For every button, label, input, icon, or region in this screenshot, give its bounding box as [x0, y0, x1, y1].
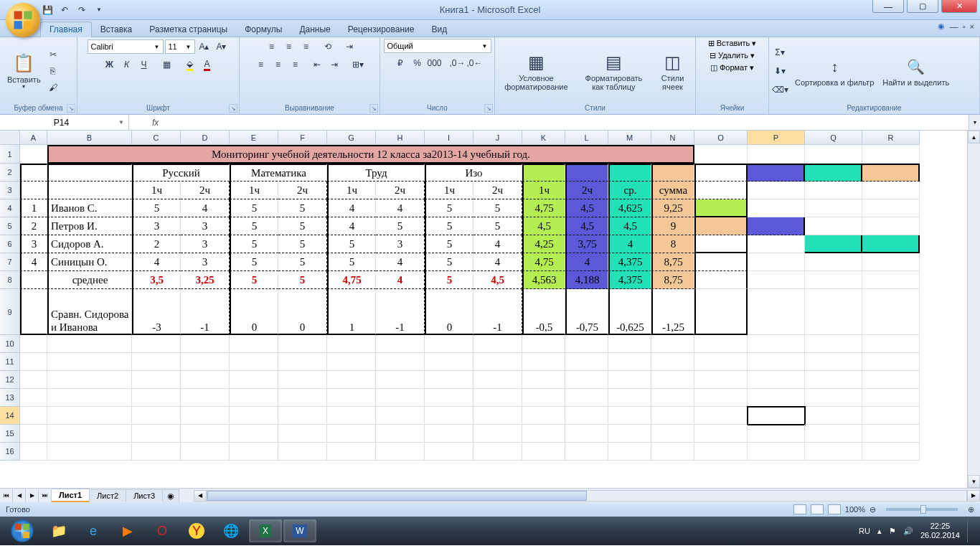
cell[interactable]	[425, 443, 473, 461]
align-center-icon[interactable]: ≡	[270, 57, 286, 72]
col-header[interactable]: N	[651, 131, 694, 145]
start-button[interactable]	[3, 517, 42, 545]
tab-pagelayout[interactable]: Разметка страницы	[141, 22, 236, 37]
row-header[interactable]: 10	[0, 335, 20, 353]
cell[interactable]	[805, 199, 862, 217]
cell[interactable]	[748, 389, 805, 407]
cell[interactable]: 4,375	[608, 271, 651, 289]
cell[interactable]	[473, 371, 522, 389]
cell[interactable]: 5	[132, 199, 181, 217]
cell[interactable]	[805, 289, 862, 335]
cell[interactable]: 2ч	[376, 182, 425, 199]
cell[interactable]: Сравн. Сидорова и Иванова	[47, 289, 132, 335]
cell[interactable]	[805, 371, 862, 389]
cell[interactable]: Изо	[425, 164, 522, 182]
cell[interactable]: ср.	[608, 182, 651, 199]
cell[interactable]: 5	[473, 217, 522, 235]
cell[interactable]: 4,5	[565, 199, 608, 217]
cell[interactable]: 4,75	[522, 199, 565, 217]
row-header[interactable]: 2	[0, 164, 20, 182]
cell[interactable]: 5	[230, 217, 278, 235]
cell[interactable]	[20, 407, 47, 425]
cell[interactable]: 9	[651, 217, 694, 235]
cell[interactable]: 3,5	[132, 271, 181, 289]
cell[interactable]	[425, 371, 473, 389]
cell[interactable]	[651, 335, 694, 353]
format-painter-icon[interactable]: 🖌	[45, 80, 61, 95]
cell[interactable]	[694, 407, 748, 425]
bold-button[interactable]: Ж	[102, 57, 118, 72]
cell[interactable]: 5	[425, 235, 473, 253]
cell[interactable]	[230, 443, 278, 461]
clipboard-dialog-icon[interactable]: ↘	[67, 104, 75, 113]
cell[interactable]: -0,75	[565, 289, 608, 335]
cell[interactable]	[748, 217, 805, 235]
cell[interactable]	[376, 425, 425, 443]
taskbar-chrome-icon[interactable]: 🌐	[215, 519, 248, 542]
cell[interactable]: 1	[20, 199, 47, 217]
cell[interactable]: Мониторинг учебной деятельности 12 класс…	[47, 145, 694, 164]
row-header[interactable]: 13	[0, 389, 20, 407]
undo-icon[interactable]: ↶	[57, 3, 72, 17]
font-size-combo[interactable]: 11▼	[165, 39, 195, 54]
cell[interactable]	[565, 164, 608, 182]
font-color-icon[interactable]: A	[199, 57, 215, 72]
cell[interactable]	[20, 425, 47, 443]
align-bottom-icon[interactable]: ≡	[298, 39, 314, 55]
sheet-tab-2[interactable]: Лист2	[90, 489, 126, 501]
cell[interactable]	[522, 353, 565, 371]
tray-arrow-icon[interactable]: ▴	[877, 527, 882, 536]
font-dialog-icon[interactable]: ↘	[229, 104, 237, 113]
cell[interactable]: 3	[376, 235, 425, 253]
cell[interactable]	[327, 425, 376, 443]
cell[interactable]	[20, 353, 47, 371]
font-name-combo[interactable]: Calibri▼	[88, 39, 164, 54]
cell[interactable]: 5	[230, 271, 278, 289]
cell[interactable]	[608, 425, 651, 443]
cell[interactable]	[47, 389, 132, 407]
cell[interactable]	[748, 145, 805, 164]
cell[interactable]	[425, 353, 473, 371]
cell[interactable]	[132, 371, 181, 389]
tray-lang[interactable]: RU	[859, 527, 870, 535]
cell[interactable]: 9,25	[651, 199, 694, 217]
cell[interactable]: 8,75	[651, 253, 694, 271]
cell[interactable]: 5	[230, 235, 278, 253]
cell[interactable]	[47, 407, 132, 425]
col-header[interactable]: R	[862, 131, 920, 145]
cell[interactable]: 5	[327, 253, 376, 271]
cell[interactable]	[748, 199, 805, 217]
cell[interactable]	[748, 371, 805, 389]
cell[interactable]: 5	[278, 271, 327, 289]
fill-color-icon[interactable]: ⬙	[182, 57, 198, 72]
cell[interactable]	[805, 271, 862, 289]
cell[interactable]	[132, 407, 181, 425]
cell[interactable]: 0	[425, 289, 473, 335]
percent-icon[interactable]: %	[410, 55, 425, 71]
align-left-icon[interactable]: ≡	[253, 57, 269, 72]
wrap-text-icon[interactable]: ⇥	[343, 39, 356, 55]
cell[interactable]: -0,625	[608, 289, 651, 335]
cell[interactable]	[608, 407, 651, 425]
cell[interactable]	[327, 443, 376, 461]
col-header[interactable]: O	[694, 131, 748, 145]
cell[interactable]: 5	[278, 235, 327, 253]
taskbar-media-icon[interactable]: ▶	[111, 519, 144, 542]
tab-home[interactable]: Главная	[40, 22, 92, 37]
cell[interactable]	[805, 353, 862, 371]
taskbar-excel-icon[interactable]: X	[249, 519, 282, 542]
cell[interactable]: 5	[425, 271, 473, 289]
cell[interactable]	[230, 389, 278, 407]
cell[interactable]	[278, 353, 327, 371]
cell[interactable]	[651, 425, 694, 443]
cell[interactable]	[694, 425, 748, 443]
cell[interactable]	[47, 425, 132, 443]
cell[interactable]	[278, 335, 327, 353]
cell[interactable]	[862, 199, 920, 217]
cell[interactable]	[565, 371, 608, 389]
cell[interactable]	[805, 235, 862, 253]
cell[interactable]: 8	[651, 235, 694, 253]
orientation-icon[interactable]: ⟲	[320, 39, 336, 55]
cell[interactable]	[805, 164, 862, 182]
cell[interactable]	[862, 253, 920, 271]
